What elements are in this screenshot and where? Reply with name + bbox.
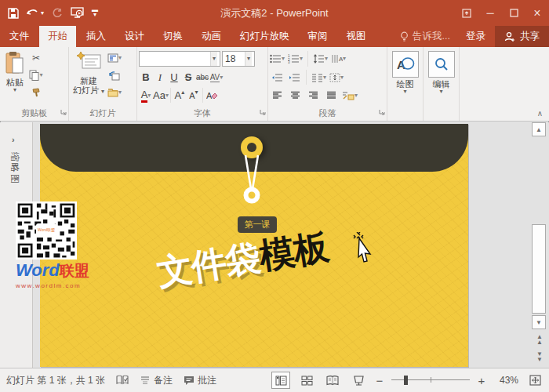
- new-slide-dropdown-arrow[interactable]: ▾: [101, 88, 104, 95]
- align-left-button[interactable]: [270, 89, 284, 103]
- undo-button[interactable]: ▾: [27, 8, 44, 18]
- align-right-button[interactable]: [306, 89, 320, 103]
- zoom-percentage[interactable]: 43%: [493, 375, 518, 386]
- sign-in-button[interactable]: 登录: [457, 26, 494, 47]
- font-dialog-launcher[interactable]: [260, 104, 266, 118]
- tab-insert[interactable]: 插入: [78, 26, 115, 47]
- font-color-button[interactable]: A▾: [139, 89, 153, 103]
- ribbon-display-options-button[interactable]: [455, 0, 478, 26]
- redo-button[interactable]: [52, 8, 63, 18]
- close-button[interactable]: ×: [525, 0, 549, 26]
- normal-view-button[interactable]: [271, 372, 290, 389]
- copy-dropdown-arrow[interactable]: ▾: [39, 72, 42, 78]
- shrink-font-button[interactable]: A▾: [187, 89, 201, 103]
- bold-button[interactable]: B: [139, 71, 153, 85]
- scrollbar-thumb[interactable]: [532, 224, 546, 314]
- columns-button[interactable]: ▾: [311, 71, 326, 85]
- slide-sorter-view-button[interactable]: [297, 372, 316, 389]
- section-icon: [107, 88, 118, 97]
- tab-view[interactable]: 视图: [338, 26, 375, 47]
- align-text-button[interactable]: ▾: [329, 71, 344, 85]
- minimize-button[interactable]: ─: [478, 0, 502, 26]
- save-button[interactable]: [8, 8, 19, 19]
- tab-file[interactable]: 文件: [1, 26, 38, 47]
- window-controls: ─ ×: [455, 0, 549, 26]
- qr-widget[interactable]: Word联盟 Word联盟 www.wordlm.com: [16, 201, 78, 289]
- previous-slide-button[interactable]: ▲▲: [534, 334, 545, 345]
- comments-toggle[interactable]: 批注: [184, 374, 216, 387]
- underline-button[interactable]: U: [167, 71, 181, 85]
- clipboard-dialog-launcher[interactable]: [60, 104, 67, 118]
- cut-button[interactable]: ✂: [29, 51, 43, 65]
- new-slide-button[interactable]: 新建 幻灯片 ▾: [71, 49, 107, 107]
- spell-check-button[interactable]: [116, 375, 129, 386]
- paste-button[interactable]: 粘贴 ▾: [2, 49, 28, 107]
- tab-transitions[interactable]: 切换: [155, 26, 191, 47]
- customize-qat-button[interactable]: ▬▾: [92, 9, 98, 18]
- justify-button[interactable]: [324, 89, 338, 103]
- copy-button[interactable]: ▾: [29, 68, 43, 82]
- scroll-down-button[interactable]: ▼: [532, 315, 546, 329]
- tab-home[interactable]: 开始: [39, 26, 76, 47]
- clear-formatting-button[interactable]: A: [205, 89, 219, 103]
- font-name-combo[interactable]: ▾: [139, 51, 220, 67]
- align-center-button[interactable]: [288, 89, 302, 103]
- scroll-up-button[interactable]: ▲: [532, 122, 546, 136]
- drawing-button[interactable]: A 绘图 ▾: [390, 49, 421, 121]
- maximize-button[interactable]: [502, 0, 525, 26]
- bullets-button[interactable]: ▾: [270, 52, 285, 66]
- clear-strike-button[interactable]: abc: [195, 71, 209, 85]
- format-painter-icon: [31, 88, 42, 98]
- decrease-indent-button[interactable]: [270, 71, 284, 85]
- paragraph-dialog-launcher[interactable]: [379, 104, 385, 118]
- section-button[interactable]: ▾: [107, 85, 122, 100]
- format-painter-button[interactable]: [29, 85, 43, 100]
- title-bar: ▾ ▬▾ 演示文稿2 - PowerPoint ─ ×: [0, 0, 549, 26]
- font-size-combo[interactable]: 18 ▾: [222, 51, 255, 67]
- paste-dropdown-arrow[interactable]: ▾: [13, 87, 16, 93]
- editing-button[interactable]: 编辑 ▾: [426, 49, 457, 121]
- strikethrough-button[interactable]: S: [181, 71, 195, 85]
- line-spacing-button[interactable]: ▾: [313, 52, 328, 66]
- lesson-badge[interactable]: 第一课: [238, 216, 277, 233]
- notes-toggle[interactable]: 备注: [140, 374, 173, 387]
- next-slide-button[interactable]: ▼▼: [534, 351, 545, 362]
- reading-view-button[interactable]: [323, 372, 342, 389]
- collapse-ribbon-button[interactable]: ∧: [537, 109, 543, 118]
- convert-smartart-button[interactable]: ▾: [342, 89, 358, 103]
- tell-me-box[interactable]: 告诉我...: [394, 26, 456, 47]
- tab-animations[interactable]: 动画: [193, 26, 230, 47]
- envelope-string[interactable]: [236, 146, 267, 209]
- zoom-slider-thumb[interactable]: [404, 376, 408, 385]
- slide-number-indicator[interactable]: 幻灯片 第 1 张，共 1 张: [6, 374, 105, 387]
- paragraph-group-label: 段落: [270, 107, 385, 121]
- grow-font-button[interactable]: A▴: [173, 89, 187, 103]
- zoom-in-button[interactable]: +: [477, 374, 486, 387]
- character-spacing-button[interactable]: AV▾: [209, 71, 224, 85]
- change-case-button[interactable]: Aa▾: [153, 89, 169, 103]
- brand-lianmeng: 联盟: [60, 263, 89, 279]
- redo-icon: [52, 8, 63, 18]
- numbering-button[interactable]: 123 ▾: [288, 52, 303, 66]
- start-from-beginning-button[interactable]: [71, 7, 84, 19]
- slideshow-view-button[interactable]: [349, 372, 368, 389]
- zoom-slider[interactable]: [391, 375, 470, 386]
- tab-slideshow[interactable]: 幻灯片放映: [231, 26, 298, 47]
- tab-design[interactable]: 设计: [116, 26, 153, 47]
- undo-dropdown-arrow[interactable]: ▾: [41, 10, 44, 16]
- fit-slide-to-window-button[interactable]: [525, 372, 544, 389]
- increase-indent-button[interactable]: [287, 71, 301, 85]
- slide-canvas[interactable]: 第一课 文件袋模板: [40, 124, 468, 367]
- zoom-out-button[interactable]: −: [375, 374, 384, 387]
- italic-button[interactable]: I: [153, 71, 167, 85]
- expand-pane-chevron-icon[interactable]: ›: [12, 135, 15, 144]
- tab-review[interactable]: 审阅: [300, 26, 336, 47]
- drawing-dropdown-arrow[interactable]: ▾: [403, 89, 406, 95]
- share-button[interactable]: 共享: [495, 26, 549, 47]
- text-direction-button[interactable]: A ▾: [331, 52, 346, 66]
- editing-dropdown-arrow[interactable]: ▾: [439, 89, 442, 95]
- layout-button[interactable]: ▾: [107, 51, 122, 65]
- drawing-icon: A: [396, 56, 415, 72]
- reset-slide-button[interactable]: [107, 68, 122, 82]
- comments-icon: [184, 376, 195, 386]
